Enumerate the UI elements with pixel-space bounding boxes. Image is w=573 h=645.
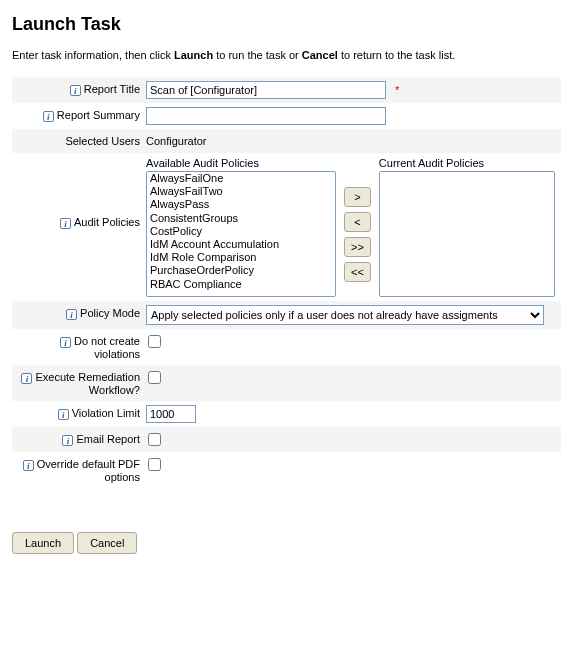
override-pdf-checkbox[interactable] — [148, 458, 161, 471]
dont-create-violations-checkbox[interactable] — [148, 335, 161, 348]
info-icon[interactable]: i — [23, 460, 34, 471]
info-icon[interactable]: i — [62, 435, 73, 446]
label-available-policies: Available Audit Policies — [146, 157, 336, 169]
policy-option[interactable]: RBAC Compliance — [147, 278, 335, 291]
label-current-policies: Current Audit Policies — [379, 157, 555, 169]
email-report-checkbox[interactable] — [148, 433, 161, 446]
policy-option[interactable]: AlwaysFailOne — [147, 172, 335, 185]
label-selected-users: Selected Users — [65, 135, 140, 147]
policy-option[interactable]: IdM Role Comparison — [147, 251, 335, 264]
policy-mode-select[interactable]: Apply selected policies only if a user d… — [146, 305, 544, 325]
policy-option[interactable]: AlwaysPass — [147, 198, 335, 211]
info-icon[interactable]: i — [60, 337, 71, 348]
remove-button[interactable]: < — [344, 212, 371, 232]
current-policies-list[interactable] — [379, 171, 555, 297]
required-mark: * — [395, 84, 399, 96]
policy-option[interactable]: PurchaseOrderPolicy — [147, 264, 335, 277]
execute-remediation-checkbox[interactable] — [148, 371, 161, 384]
label-email-report: Email Report — [76, 433, 140, 445]
available-policies-list[interactable]: AlwaysFailOneAlwaysFailTwoAlwaysPassCons… — [146, 171, 336, 297]
report-summary-input[interactable] — [146, 107, 386, 125]
label-override-pdf: Override default PDF options — [37, 458, 140, 483]
intro-text: Enter task information, then click Launc… — [12, 49, 561, 61]
info-icon[interactable]: i — [66, 309, 77, 320]
selected-users-value: Configurator — [146, 135, 207, 147]
label-violation-limit: Violation Limit — [72, 407, 140, 419]
policy-option[interactable]: ConsistentGroups — [147, 212, 335, 225]
add-button[interactable]: > — [344, 187, 371, 207]
label-report-title: Report Title — [84, 83, 140, 95]
info-icon[interactable]: i — [70, 85, 81, 96]
page-title: Launch Task — [12, 14, 561, 35]
label-dont-create-violations: Do not create violations — [74, 335, 140, 360]
info-icon[interactable]: i — [60, 218, 71, 229]
info-icon[interactable]: i — [21, 373, 32, 384]
cancel-button[interactable]: Cancel — [77, 532, 137, 554]
info-icon[interactable]: i — [43, 111, 54, 122]
remove-all-button[interactable]: << — [344, 262, 371, 282]
report-title-input[interactable] — [146, 81, 386, 99]
violation-limit-input[interactable] — [146, 405, 196, 423]
policy-option[interactable]: CostPolicy — [147, 225, 335, 238]
add-all-button[interactable]: >> — [344, 237, 371, 257]
launch-button[interactable]: Launch — [12, 532, 74, 554]
policy-option[interactable]: AlwaysFailTwo — [147, 185, 335, 198]
label-policy-mode: Policy Mode — [80, 307, 140, 319]
label-execute-remediation: Execute Remediation Workflow? — [35, 371, 140, 396]
label-audit-policies: Audit Policies — [74, 216, 140, 228]
info-icon[interactable]: i — [58, 409, 69, 420]
policy-option[interactable]: IdM Account Accumulation — [147, 238, 335, 251]
label-report-summary: Report Summary — [57, 109, 140, 121]
